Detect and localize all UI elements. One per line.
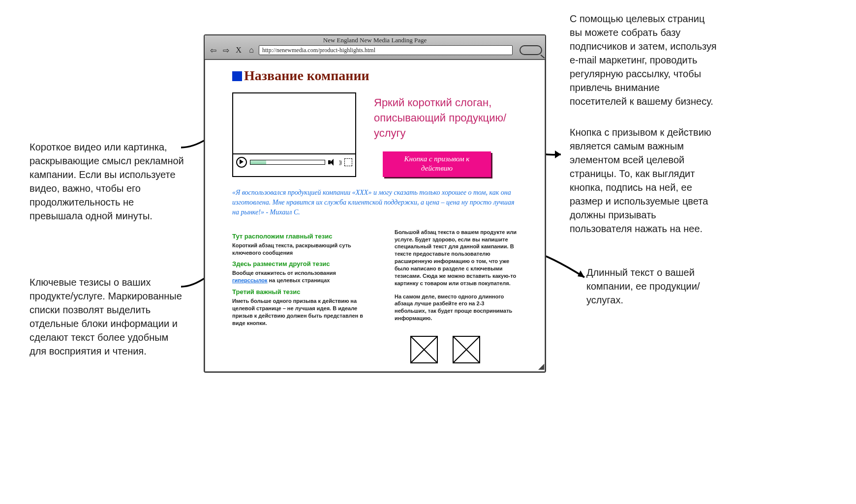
speaker-icon[interactable]: [328, 159, 336, 166]
company-name-text: Название компании: [244, 68, 369, 83]
video-progress[interactable]: [250, 160, 325, 165]
svg-line-4: [411, 337, 437, 362]
svg-marker-2: [555, 150, 561, 158]
fullscreen-icon[interactable]: [344, 158, 352, 166]
tezis-heading: Тут расположим главный тезис: [232, 233, 370, 240]
home-icon[interactable]: ⌂: [246, 45, 257, 55]
forward-icon[interactable]: ⇨: [220, 45, 231, 55]
company-name-heading: Название компании: [232, 68, 518, 84]
logo-icon: [232, 71, 242, 81]
svg-marker-3: [578, 270, 584, 277]
svg-line-6: [454, 337, 479, 362]
video-controls: )): [233, 153, 355, 170]
annotation-email-marketing: С помощью целевых страниц вы можете собр…: [570, 12, 717, 108]
annotation-video: Короткое видео или картинка, раскрывающи…: [30, 140, 187, 223]
search-icon[interactable]: [520, 45, 542, 55]
play-icon[interactable]: [236, 157, 247, 168]
back-icon[interactable]: ⇦: [208, 45, 218, 55]
svg-line-7: [454, 337, 479, 362]
image-placeholders-row: [410, 336, 518, 363]
annotation-cta: Кнопка с призывом к действию является са…: [570, 125, 717, 236]
tezis-text-post: на целевых страницах: [268, 277, 330, 283]
slogan: Яркий короткий слоган, описывающий проду…: [374, 95, 518, 141]
annotation-bullets: Ключевые тезисы о ваших продукте/услуге.…: [30, 275, 187, 358]
tezis-heading: Здесь разместим другой тезис: [232, 260, 370, 267]
window-title: New England New Media Landing Page: [205, 35, 545, 44]
video-progress-fill: [250, 160, 266, 164]
long-text-para: Большой абзац текста о вашем продукте ил…: [395, 229, 518, 287]
key-points-column: Тут расположим главный тезис Короткий аб…: [232, 229, 370, 363]
hyperlink-example[interactable]: гиперссылок: [232, 277, 268, 283]
image-placeholder-icon: [453, 336, 480, 363]
testimonial-quote: «Я воспользовался продукцией компании «X…: [232, 188, 518, 218]
image-placeholder-icon: [410, 336, 438, 363]
sound-waves-icon: )): [339, 160, 341, 165]
annotation-longtext: Длинный текст о вашей компании, ее проду…: [586, 266, 714, 307]
tezis-text-pre: Вообще откажитесь от использования: [232, 270, 336, 276]
tezis-text: Вообще откажитесь от использования гипер…: [232, 269, 370, 284]
video-canvas: [233, 93, 355, 153]
long-text-para: На самом деле, вместо одного длинного аб…: [395, 293, 518, 322]
url-bar[interactable]: http://nenewmedia.com/product-highlights…: [259, 45, 513, 55]
browser-chrome: New England New Media Landing Page ⇦ ⇨ X…: [205, 35, 545, 60]
tezis-text: Иметь больше одного призыва к действию н…: [232, 297, 370, 326]
browser-toolbar: ⇦ ⇨ X ⌂ http://nenewmedia.com/product-hi…: [205, 44, 545, 55]
stop-icon[interactable]: X: [233, 45, 244, 55]
tezis-heading: Третий важный тезис: [232, 288, 370, 296]
video-player[interactable]: )): [232, 92, 356, 177]
landing-page: Название компании )) Яр: [205, 60, 545, 366]
tezis-text: Короткий абзац текста, раскрывающий суть…: [232, 242, 370, 257]
cta-button[interactable]: Кнопка с призывом к действию: [383, 151, 491, 177]
svg-line-5: [411, 337, 437, 362]
browser-window: New England New Media Landing Page ⇦ ⇨ X…: [204, 34, 546, 373]
resize-grip-icon[interactable]: ◢: [538, 361, 544, 371]
long-text-column: Большой абзац текста о вашем продукте ил…: [395, 229, 518, 363]
